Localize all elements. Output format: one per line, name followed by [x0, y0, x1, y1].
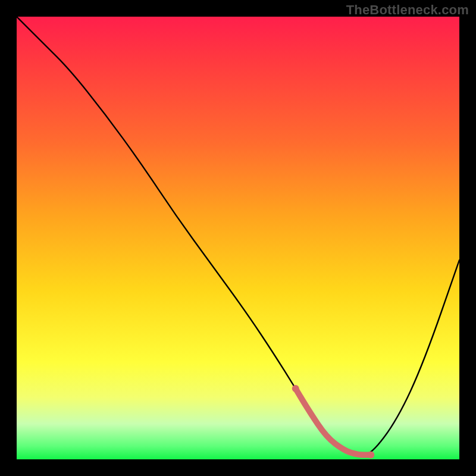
watermark-label: TheBottleneck.com	[346, 2, 469, 18]
plot-area	[17, 17, 459, 459]
bottleneck-highlight-path	[296, 389, 371, 455]
highlight-dot-start	[292, 385, 299, 392]
highlight-dot-end	[367, 452, 374, 459]
bottleneck-curve-path	[17, 17, 459, 455]
curve-svg	[17, 17, 459, 459]
chart-frame: TheBottleneck.com	[0, 0, 476, 476]
